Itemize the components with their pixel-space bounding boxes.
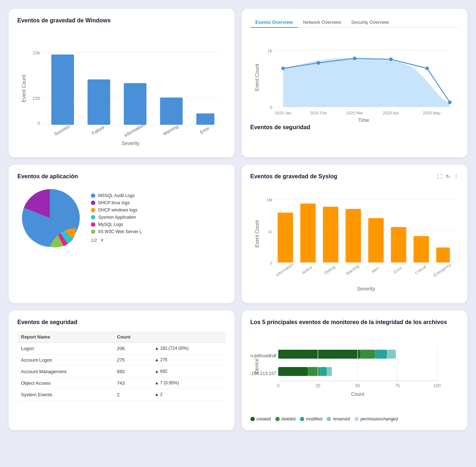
legend-dot-dhcp-windows (91, 208, 95, 212)
area-fill (283, 58, 450, 107)
svg-text:Debug: Debug (323, 265, 336, 275)
row-trend: ▲ 2 (151, 389, 226, 400)
row-count: 206 (113, 342, 151, 354)
table-row: Account Logon 275 ▲ 275 (17, 354, 226, 366)
security-table: Report Name Count Logon 206 ▲ 181 (724.0… (17, 331, 226, 401)
svg-text:0: 0 (277, 383, 279, 388)
fi-legend-modified: modified (300, 416, 322, 422)
fi-bar-created-1 (278, 350, 360, 359)
security-table-title: Eventos de seguridad (17, 319, 226, 326)
fi-bar-modified-1 (375, 350, 387, 359)
svg-text:192.168.213.157: 192.168.213.157 (250, 371, 276, 376)
fi-dot-renamed (327, 417, 331, 421)
bar-alert (368, 218, 384, 263)
syslog-header: Eventos de gravedad de Syslog ⛶ ↻ ⋮ (250, 173, 459, 180)
fi-legend-created: created (250, 416, 271, 422)
svg-text:2020 Mar: 2020 Mar (346, 111, 363, 115)
fi-bar-deleted-1 (360, 350, 375, 359)
bar-warning (160, 97, 183, 125)
svg-text:2020 Apr: 2020 Apr (383, 111, 399, 115)
svg-text:Event Count: Event Count (254, 220, 259, 248)
windows-severity-card: Eventos de gravedad de Windows Event Cou… (9, 9, 235, 157)
legend-label-sysmon: Sysmon Application (98, 215, 136, 220)
col-report-name: Report Name (17, 331, 113, 343)
svg-text:Alert: Alert (370, 266, 380, 274)
row-name: Logon (17, 342, 113, 354)
svg-text:75: 75 (395, 383, 400, 388)
col-count: Count (113, 331, 151, 343)
svg-text:Information: Information (275, 262, 294, 278)
tab-network-overview[interactable]: Network Overview (298, 17, 346, 28)
page-indicator: 1/2 (91, 238, 97, 243)
fi-dot-deleted (275, 417, 280, 421)
bar-error (196, 113, 214, 125)
svg-text:Failure: Failure (91, 125, 105, 136)
pagination: 1/2 ▼ (91, 238, 142, 243)
row-trend: ▲ 7 (0.95%) (151, 377, 226, 389)
syslog-chart: Event Count 1M 1k 0 Information Notice D… (250, 184, 459, 293)
legend-label-mssql: MSSQL Audit Logs (98, 193, 135, 198)
bar-information (124, 83, 147, 125)
chevron-down-icon[interactable]: ▼ (100, 238, 104, 243)
svg-text:2020 May: 2020 May (423, 111, 441, 115)
svg-text:0: 0 (270, 105, 272, 110)
svg-text:Error: Error (199, 126, 210, 135)
table-row: Logon 206 ▲ 181 (724.00%) (17, 342, 226, 354)
row-name: System Events (17, 389, 113, 400)
legend-label-dhcp-windows: DHCP windows logs (98, 208, 137, 213)
svg-text:Error: Error (393, 266, 403, 274)
svg-text:Warning: Warning (162, 124, 179, 136)
legend-mssql: MSSQL Audit Logs (91, 193, 142, 198)
windows-severity-chart: Event Count 10k 100 0 Success Failure In… (17, 30, 226, 147)
bar-debug (323, 207, 338, 262)
legend-iis: IIS W3C Web Server L (91, 229, 142, 234)
application-events-card: Eventos de aplicación (9, 165, 235, 303)
fi-dot-modified (300, 417, 304, 421)
svg-text:0: 0 (38, 121, 40, 126)
security-events-title: Eventos de seguridad (250, 124, 459, 131)
fi-legend-permissionchanged: permissionchanged (354, 416, 398, 422)
svg-text:Warning: Warning (345, 264, 360, 276)
row-count: 275 (113, 354, 151, 366)
fi-legend-deleted: deleted (275, 416, 296, 422)
pie-container: MSSQL Audit Logs DHCP linux logs DHCP wi… (17, 186, 226, 250)
svg-text:1k: 1k (268, 230, 272, 234)
legend-dot-iis (91, 230, 95, 234)
svg-text:1k: 1k (267, 48, 272, 53)
table-row: System Events 2 ▲ 2 (17, 389, 226, 400)
svg-text:Time: Time (358, 118, 369, 123)
table-row: Object Access 743 ▲ 7 (0.95%) (17, 377, 226, 389)
svg-text:1M: 1M (266, 198, 272, 202)
svg-text:Severity: Severity (357, 286, 375, 292)
more-icon[interactable]: ⋮ (454, 174, 459, 179)
legend-dot-mysql (91, 222, 95, 227)
tab-events-overview[interactable]: Events Overview (250, 17, 298, 28)
fullscreen-icon[interactable]: ⛶ (437, 174, 442, 179)
legend-dot-mssql (91, 193, 95, 198)
pie-legend: MSSQL Audit Logs DHCP linux logs DHCP wi… (91, 193, 142, 243)
refresh-icon[interactable]: ↻ (446, 174, 450, 179)
row-name: Object Access (17, 377, 113, 389)
legend-dot-dhcp-linux (91, 201, 95, 205)
svg-point-21 (448, 101, 451, 104)
x-axis-label: Severity (122, 141, 140, 146)
security-table-card: Eventos de seguridad Report Name Count L… (9, 310, 235, 430)
svg-text:100: 100 (32, 96, 40, 101)
file-integrity-title: Los 5 principales eventos de monitoreo d… (250, 319, 459, 326)
svg-text:win-jldthuddhdf: win-jldthuddhdf (250, 353, 276, 358)
syslog-severity-card: Eventos de gravedad de Syslog ⛶ ↻ ⋮ Even… (242, 165, 468, 303)
svg-text:Event Count: Event Count (254, 64, 259, 91)
svg-point-19 (389, 57, 393, 61)
svg-point-16 (281, 66, 285, 70)
legend-label-mysql: MySQL Logs (98, 222, 123, 227)
fi-bar-modified-2 (320, 367, 327, 376)
row-trend: ▲ 275 (151, 354, 226, 366)
card-actions: ⛶ ↻ ⋮ (437, 174, 459, 179)
row-name: Account Logon (17, 354, 113, 366)
tab-security-overview[interactable]: Security Overview (346, 17, 394, 28)
fi-dot-permissionchanged (354, 417, 359, 421)
fi-dot-created (250, 417, 255, 421)
syslog-title: Eventos de gravedad de Syslog (250, 173, 337, 180)
legend-dhcp-linux: DHCP linux logs (91, 200, 142, 205)
svg-point-18 (353, 57, 356, 60)
